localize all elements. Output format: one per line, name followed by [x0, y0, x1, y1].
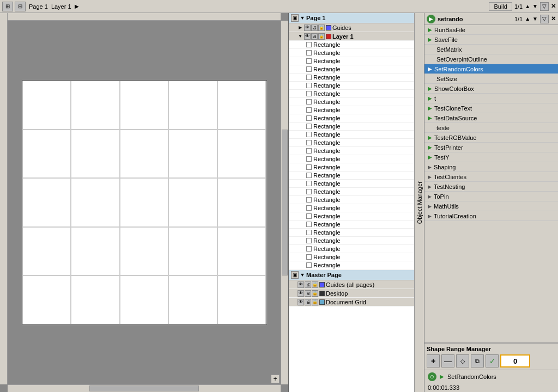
rectangle-row[interactable]: Rectangle [289, 163, 414, 171]
rectangle-row[interactable]: Rectangle [289, 74, 414, 82]
vis-icon[interactable]: 👁 [304, 24, 311, 31]
toolbar-icon-1[interactable]: ⊞ [2, 2, 13, 11]
sr-select-btn[interactable]: ◇ [456, 354, 469, 367]
script-item-showcolorbox[interactable]: ▶ ShowColorBox [424, 84, 558, 94]
group-topin[interactable]: ▶ ToPin [424, 192, 558, 201]
group-shaping[interactable]: ▶ Shaping [424, 162, 558, 172]
rectangle-row[interactable]: Rectangle [289, 98, 414, 106]
script-item-setoverpint[interactable]: SetOverpintOutline [424, 54, 558, 64]
script-item-testergbvalue[interactable]: ▶ TesteRGBValue [424, 133, 558, 143]
script-item-savefile[interactable]: ▶ SaveFile [424, 35, 558, 45]
toolbar-icon-2[interactable]: ⊟ [15, 2, 26, 11]
group-tutorialcreation[interactable]: ▶ TutorialCreation [424, 211, 558, 221]
dg-lock-icon[interactable]: 🔒 [312, 299, 318, 305]
rectangle-row[interactable]: Rectangle [289, 82, 414, 90]
sr-group-btn[interactable]: ⧉ [471, 354, 484, 367]
rectangle-row[interactable]: Rectangle [289, 41, 414, 49]
rectangle-row[interactable]: Rectangle [289, 122, 414, 131]
rectangle-row[interactable]: Rectangle [289, 114, 414, 122]
group-testclientes[interactable]: ▶ TestClientes [424, 172, 558, 182]
rectangle-row[interactable]: Rectangle [289, 196, 414, 204]
rectangle-row[interactable]: Rectangle [289, 212, 414, 220]
close-btn[interactable]: ✕ [551, 3, 556, 10]
collapse-icon[interactable]: ▣ [291, 14, 299, 22]
scrollbar-vertical[interactable] [281, 21, 288, 384]
rectangle-row[interactable]: Rectangle [289, 90, 414, 98]
rectangle-row[interactable]: Rectangle [289, 65, 414, 74]
filter-btn[interactable]: ▽ [540, 2, 549, 11]
rectangle-row[interactable]: Rectangle [289, 237, 414, 245]
script-item-t[interactable]: ▶ t [424, 94, 558, 103]
script-item-setrandomcolors[interactable]: ▶ SetRandomColors [424, 64, 558, 74]
down-nav[interactable]: ▼ [532, 3, 538, 9]
rectangle-row[interactable]: Rectangle [289, 220, 414, 229]
rectangle-row[interactable]: Rectangle [289, 139, 414, 147]
guides-expand[interactable]: ▶ [298, 25, 303, 30]
script-filter[interactable]: ▽ [540, 15, 549, 23]
rectangle-row[interactable]: Rectangle [289, 49, 414, 57]
page1-header[interactable]: ▣ ▼ Page 1 [289, 13, 414, 23]
lock-icon[interactable]: 🔒 [318, 24, 325, 31]
rectangle-row[interactable]: Rectangle [289, 245, 414, 253]
desk-lock-icon[interactable]: 🔒 [312, 290, 318, 297]
rectangle-row[interactable]: Rectangle [289, 171, 414, 180]
scrollbar-horizontal[interactable] [8, 384, 281, 392]
group-mathutils[interactable]: ▶ MathUtils [424, 201, 558, 211]
rectangle-row[interactable]: Rectangle [289, 188, 414, 196]
l1-lock-icon[interactable]: 🔒 [318, 33, 325, 40]
status-stop-btn[interactable]: ⊙ [428, 372, 436, 381]
rectangle-row[interactable]: Rectangle [289, 147, 414, 155]
script-item-testdatasource[interactable]: ▶ TestDataSource [424, 113, 558, 123]
script-item-testclonetext[interactable]: ▶ TestCloneText [424, 103, 558, 113]
l1-vis-icon[interactable]: 👁 [304, 33, 311, 40]
dg-vis-icon[interactable]: 👁 [298, 299, 304, 305]
ga-print-icon[interactable]: 🖨 [305, 281, 311, 288]
script-down[interactable]: ▼ [532, 16, 538, 22]
desktop-row[interactable]: 👁 🖨 🔒 Desktop [289, 289, 414, 298]
script-item-testprinter[interactable]: ▶ TestPrinter [424, 143, 558, 152]
add-canvas-btn[interactable]: + [271, 375, 280, 383]
rectangle-row[interactable]: Rectangle [289, 229, 414, 237]
print-icon[interactable]: 🖨 [311, 24, 318, 31]
group-testnesting[interactable]: ▶ TestNesting [424, 182, 558, 192]
master-expand[interactable]: ▼ [300, 272, 305, 278]
guides-row[interactable]: ▶ 👁 🖨 🔒 Guides [289, 23, 414, 32]
master-collapse-icon[interactable]: ▣ [291, 271, 299, 279]
nav-arrow[interactable]: ▶ [75, 3, 79, 9]
desk-vis-icon[interactable]: 👁 [298, 290, 304, 297]
sr-check-btn[interactable]: ✓ [486, 354, 499, 367]
rectangle-row[interactable]: Rectangle [289, 106, 414, 114]
rectangle-row[interactable]: Rectangle [289, 261, 414, 270]
sr-value-input[interactable] [500, 354, 530, 367]
page1-expand[interactable]: ▼ [300, 15, 305, 21]
layer1-row[interactable]: ▼ 👁 🖨 🔒 Layer 1 [289, 32, 414, 41]
up-nav[interactable]: ▲ [525, 3, 530, 9]
script-close[interactable]: ✕ [551, 15, 556, 22]
layer1-expand[interactable]: ▼ [298, 34, 303, 39]
script-item-teste[interactable]: teste [424, 123, 558, 133]
script-item-testy[interactable]: ▶ TestY [424, 152, 558, 162]
sr-remove-btn[interactable]: — [441, 354, 454, 367]
rectangle-row[interactable]: Rectangle [289, 204, 414, 212]
doc-grid-row[interactable]: 👁 🖨 🔒 Document Grid [289, 298, 414, 307]
object-manager-tab[interactable]: Object Manager [414, 13, 424, 392]
sr-add-btn[interactable]: + [427, 354, 440, 367]
guides-all-row[interactable]: 👁 🖨 🔒 Guides (all pages) [289, 280, 414, 289]
script-up[interactable]: ▲ [525, 16, 530, 22]
rectangle-row[interactable]: Rectangle [289, 155, 414, 163]
ga-vis-icon[interactable]: 👁 [298, 281, 304, 288]
desk-print-icon[interactable]: 🖨 [305, 290, 311, 297]
build-button[interactable]: Build [489, 2, 512, 11]
rectangle-row[interactable]: Rectangle [289, 131, 414, 139]
l1-print-icon[interactable]: 🖨 [311, 33, 318, 40]
rectangle-row[interactable]: Rectangle [289, 57, 414, 65]
script-item-setsize[interactable]: SetSize [424, 74, 558, 84]
ga-lock-icon[interactable]: 🔒 [312, 281, 318, 288]
rectangle-row[interactable]: Rectangle [289, 253, 414, 261]
script-list[interactable]: ▶ RunBasFile ▶ SaveFile SetMatrix SetOve… [424, 25, 558, 342]
script-item-setmatrix[interactable]: SetMatrix [424, 45, 558, 54]
master-page-header[interactable]: ▣ ▼ Master Page [289, 270, 414, 280]
script-item-runbasfile[interactable]: ▶ RunBasFile [424, 25, 558, 35]
dg-print-icon[interactable]: 🖨 [305, 299, 311, 305]
rectangle-row[interactable]: Rectangle [289, 180, 414, 188]
